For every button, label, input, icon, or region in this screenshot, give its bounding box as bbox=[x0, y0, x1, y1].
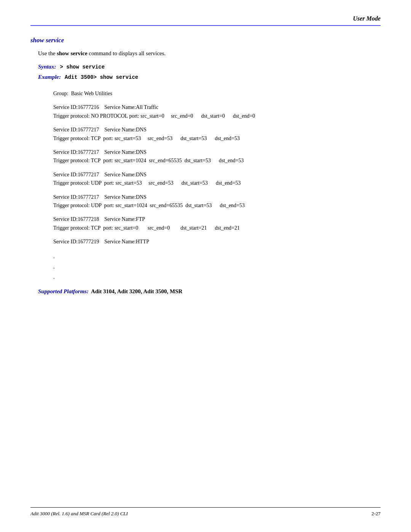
dot-1: . bbox=[53, 251, 381, 262]
group-line: Group: Basic Web Utilities bbox=[53, 89, 381, 98]
service-entry: Service ID:16777217 Service Name:DNSTrig… bbox=[53, 193, 381, 210]
syntax-label: Syntax: bbox=[38, 64, 56, 70]
footer-section: Adit 3000 (Rel. 1.6) and MSR Card (Rel 2… bbox=[30, 507, 381, 517]
description-prefix: Use the bbox=[38, 50, 57, 56]
service-id-line: Service ID:16777217 Service Name:DNS bbox=[53, 126, 381, 134]
service-entry: Service ID:16777216 Service Name:All Tra… bbox=[53, 103, 381, 120]
syntax-line: Syntax:> show service bbox=[38, 64, 381, 70]
command-heading: show service bbox=[30, 37, 381, 44]
service-id-line: Service ID:16777217 Service Name:DNS bbox=[53, 171, 381, 179]
supported-text: Adit 3104, Adit 3200, Adit 3500, MSR bbox=[91, 288, 182, 294]
page-container: User Mode show service Use the show serv… bbox=[0, 0, 411, 532]
supported-label: Supported Platforms: bbox=[38, 288, 89, 294]
trigger-line: Trigger protocol: UDP port: src_start=10… bbox=[53, 201, 381, 210]
dots-section: . . . bbox=[53, 251, 381, 282]
service-entry: Service ID:16777219 Service Name:HTTP bbox=[53, 238, 381, 246]
description-text: Use the show service command to displays… bbox=[38, 50, 381, 57]
example-label: Example: bbox=[38, 74, 61, 80]
entries-container: Service ID:16777216 Service Name:All Tra… bbox=[53, 103, 381, 246]
syntax-code: > show service bbox=[60, 64, 105, 70]
trigger-line: Trigger protocol: TCP port: src_start=0 … bbox=[53, 224, 381, 232]
service-entry: Service ID:16777218 Service Name:FTPTrig… bbox=[53, 215, 381, 232]
trigger-line: Trigger protocol: TCP port: src_start=53… bbox=[53, 134, 381, 143]
service-entry: Service ID:16777217 Service Name:DNSTrig… bbox=[53, 171, 381, 188]
footer-left: Adit 3000 (Rel. 1.6) and MSR Card (Rel 2… bbox=[30, 511, 128, 517]
example-code: Adit 3500> show service bbox=[65, 74, 138, 80]
dot-3: . bbox=[53, 272, 381, 282]
service-id-line: Service ID:16777217 Service Name:DNS bbox=[53, 193, 381, 201]
service-id-line: Service ID:16777217 Service Name:DNS bbox=[53, 148, 381, 157]
header-section: User Mode bbox=[30, 15, 381, 22]
service-entry: Service ID:16777217 Service Name:DNSTrig… bbox=[53, 148, 381, 165]
supported-platforms: Supported Platforms:Adit 3104, Adit 3200… bbox=[38, 288, 381, 295]
description-suffix: command to displays all services. bbox=[88, 50, 166, 56]
trigger-line: Trigger protocol: TCP port: src_start=10… bbox=[53, 157, 381, 165]
header-rule bbox=[30, 25, 381, 26]
service-id-line: Service ID:16777216 Service Name:All Tra… bbox=[53, 103, 381, 112]
example-line: Example:Adit 3500> show service bbox=[38, 74, 381, 80]
service-group: Group: Basic Web Utilities bbox=[53, 89, 381, 98]
footer-right: 2-27 bbox=[371, 511, 381, 517]
service-entry: Service ID:16777217 Service Name:DNSTrig… bbox=[53, 126, 381, 143]
dot-2: . bbox=[53, 262, 381, 272]
output-block: Group: Basic Web Utilities Service ID:16… bbox=[53, 89, 381, 246]
service-id-line: Service ID:16777219 Service Name:HTTP bbox=[53, 238, 381, 246]
header-title: User Mode bbox=[353, 15, 381, 22]
service-id-line: Service ID:16777218 Service Name:FTP bbox=[53, 215, 381, 224]
trigger-line: Trigger protocol: UDP port: src_start=53… bbox=[53, 179, 381, 187]
trigger-line: Trigger protocol: NO PROTOCOL port: src_… bbox=[53, 112, 381, 120]
description-bold: show service bbox=[57, 50, 87, 56]
